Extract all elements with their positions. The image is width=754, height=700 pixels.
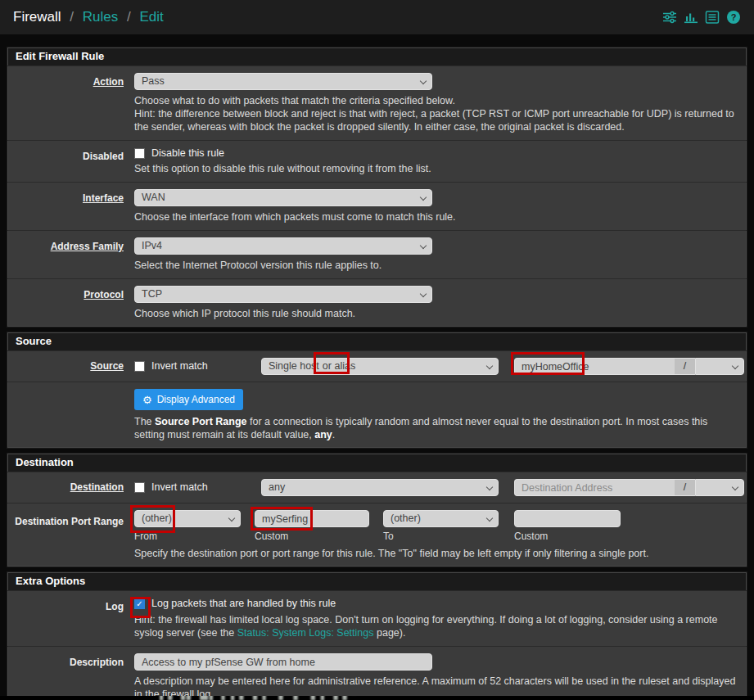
action-label[interactable]: Action — [14, 73, 124, 133]
source-type-value: Single host — [269, 360, 319, 372]
breadcrumb-edit-link[interactable]: Edit — [139, 9, 163, 25]
breadcrumb-firewall: Firewall — [13, 9, 61, 25]
port-from-custom-caption: Custom — [255, 531, 369, 542]
source-port-range-bold: Source Port Range — [155, 416, 247, 427]
destination-mask-separator: / — [675, 479, 695, 496]
panel-title: Extra Options — [7, 572, 747, 590]
log-checkbox[interactable]: ✓ — [134, 598, 145, 609]
description-input[interactable] — [134, 653, 432, 671]
port-to-custom-input[interactable] — [514, 510, 621, 527]
action-hint: Hint: the difference between block and r… — [134, 107, 740, 133]
log-label: Log — [14, 598, 124, 639]
panel-extra-options: Extra Options Log ✓ Log packets that are… — [7, 571, 747, 700]
svg-text:?: ? — [731, 12, 737, 22]
action-select-value: Pass — [142, 75, 165, 87]
source-type-select[interactable]: Single hostor alias — [261, 358, 499, 375]
port-from-value: (other) — [142, 513, 172, 524]
interface-select[interactable]: WAN — [134, 189, 432, 206]
source-port-help: The Source Port Range for a connection i… — [134, 415, 740, 441]
form-row-disabled: Disabled Disable this rule Set this opti… — [7, 140, 747, 182]
destination-port-range-label: Destination Port Range — [14, 510, 124, 560]
description-label: Description — [14, 653, 124, 700]
protocol-label[interactable]: Protocol — [14, 286, 124, 320]
destination-address-input[interactable] — [514, 479, 675, 496]
breadcrumb-separator: / — [70, 9, 74, 25]
source-type-value-alias: or alias — [323, 360, 355, 372]
protocol-select-value: TCP — [142, 288, 162, 300]
chevron-down-icon — [732, 484, 738, 490]
display-advanced-label: Display Advanced — [157, 394, 235, 405]
chevron-down-icon — [420, 194, 427, 201]
breadcrumb-rules-link[interactable]: Rules — [83, 9, 118, 25]
form-row-description: Description A description may be entered… — [7, 646, 747, 700]
address-family-select-value: IPv4 — [142, 240, 162, 251]
sliders-icon[interactable] — [662, 10, 677, 25]
form-row-source: Source Invert match Single hostor alias … — [7, 350, 747, 382]
port-from-caption: From — [134, 531, 241, 542]
panel-source: Source Source Invert match Single hostor… — [7, 332, 747, 449]
topbar-icons: ? — [662, 10, 741, 25]
any-bold: any — [314, 429, 332, 440]
destination-type-value: any — [269, 481, 285, 493]
disable-rule-checkbox[interactable] — [134, 148, 145, 159]
panel-edit-firewall-rule: Edit Firewall Rule Action Pass Choose wh… — [7, 47, 747, 327]
clipped-content-strip: ▌▖▗▛ ▙▌▐ ▌▞ ▖▌ ▗▘▞ ▚ ▌ ▞▖▘ — [0, 696, 754, 700]
form-row-protocol: Protocol TCP Choose which IP protocol th… — [7, 278, 747, 327]
form-row-source-advanced: ⚙ Display Advanced The Source Port Range… — [7, 382, 747, 448]
panel-title: Edit Firewall Rule — [7, 47, 747, 65]
port-to-value: (other) — [391, 513, 421, 524]
breadcrumb-bar: Firewall / Rules / Edit — [0, 0, 754, 34]
breadcrumb-separator: / — [127, 9, 131, 25]
action-help: Choose what to do with packets that matc… — [134, 94, 740, 107]
action-select[interactable]: Pass — [134, 73, 432, 90]
port-from-custom-input[interactable] — [255, 510, 369, 527]
chevron-down-icon — [420, 291, 427, 297]
interface-label[interactable]: Interface — [14, 189, 124, 224]
form-row-log: Log ✓ Log packets that are handled by th… — [7, 590, 747, 646]
disabled-label: Disabled — [14, 147, 124, 175]
pfsense-edit-rule-page: Firewall / Rules / Edit — [0, 0, 754, 700]
source-mask-select[interactable] — [695, 358, 744, 375]
display-advanced-button[interactable]: ⚙ Display Advanced — [134, 389, 243, 410]
destination-type-select[interactable]: any — [261, 479, 499, 496]
chevron-down-icon — [486, 515, 493, 522]
protocol-select[interactable]: TCP — [134, 286, 432, 303]
form-row-address-family: Address Family IPv4 Select the Internet … — [7, 230, 747, 278]
source-label[interactable]: Source — [14, 358, 124, 375]
system-logs-settings-link[interactable]: Status: System Logs: Settings — [237, 627, 374, 639]
bar-chart-icon[interactable] — [684, 10, 698, 25]
source-mask-separator: / — [675, 358, 695, 375]
destination-mask-select[interactable] — [695, 479, 744, 496]
source-invert-label: Invert match — [151, 360, 208, 372]
interface-help: Choose the interface from which packets … — [134, 210, 740, 224]
log-checkbox-label: Log packets that are handled by this rul… — [151, 598, 336, 609]
help-icon[interactable]: ? — [726, 10, 741, 25]
port-to-custom-caption: Custom — [514, 531, 621, 542]
panel-destination: Destination Destination Invert match any… — [7, 453, 747, 567]
destination-label[interactable]: Destination — [14, 479, 124, 496]
form-row-interface: Interface WAN Choose the interface from … — [7, 182, 747, 230]
panel-title: Destination — [7, 454, 747, 472]
spacer — [14, 389, 124, 441]
protocol-help: Choose which IP protocol this rule shoul… — [134, 307, 740, 320]
source-address-input[interactable] — [514, 358, 675, 375]
destination-invert-checkbox[interactable] — [134, 482, 145, 493]
chevron-down-icon — [486, 363, 493, 369]
source-invert-checkbox[interactable] — [134, 361, 145, 372]
form-row-action: Action Pass Choose what to do with packe… — [7, 65, 747, 140]
chevron-down-icon — [420, 242, 427, 249]
port-from-select[interactable]: (other) — [134, 510, 241, 527]
gear-icon: ⚙ — [142, 395, 152, 405]
port-to-caption: To — [383, 531, 499, 542]
address-family-label[interactable]: Address Family — [14, 237, 124, 272]
address-family-select[interactable]: IPv4 — [134, 237, 432, 255]
panel-title: Source — [7, 332, 747, 350]
disabled-help: Set this option to disable this rule wit… — [134, 162, 740, 175]
address-family-help: Select the Internet Protocol version thi… — [134, 259, 740, 272]
port-to-select[interactable]: (other) — [383, 510, 499, 527]
log-list-icon[interactable] — [705, 10, 720, 25]
form-row-destination: Destination Invert match any / — [7, 472, 747, 503]
interface-select-value: WAN — [142, 192, 165, 203]
chevron-down-icon — [228, 515, 235, 522]
destination-port-help: Specify the destination port or port ran… — [134, 547, 740, 560]
